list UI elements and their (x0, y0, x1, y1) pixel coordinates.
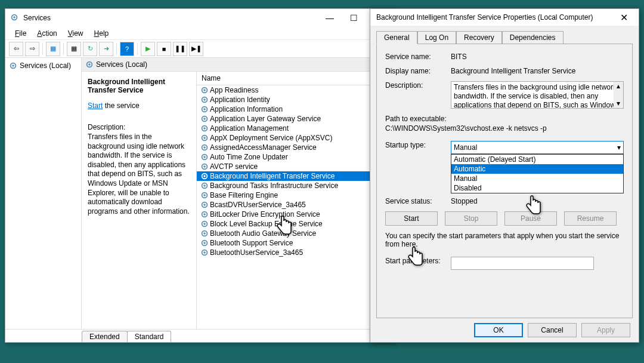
svg-point-21 (203, 156, 206, 158)
gear-icon (200, 162, 209, 171)
service-status-value: Stopped (451, 197, 624, 205)
service-row[interactable]: Application ManagementP (197, 124, 394, 133)
svg-point-33 (203, 213, 206, 216)
gear-icon (200, 134, 209, 142)
service-name: AssignedAccessManager Service (210, 143, 380, 152)
stop-button[interactable]: ■ (157, 42, 171, 56)
svg-point-29 (203, 194, 206, 196)
service-row[interactable]: BcastDVRUserService_3a465Tl (197, 200, 394, 210)
detail-service-name: Background Intelligent Transfer Service (88, 78, 190, 94)
pause-button: Pause (504, 211, 557, 226)
dialog-title-bar: Background Intelligent Transfer Service … (370, 9, 639, 26)
svg-point-35 (203, 223, 206, 225)
back-button[interactable]: ⇦ (9, 42, 23, 56)
content-header: Services (Local) (82, 58, 394, 72)
svg-point-31 (203, 204, 206, 206)
display-name-value: Background Intelligent Transfer Service (451, 67, 624, 75)
path-label: Path to executable: (385, 115, 447, 123)
services-window: Services — ☐ ✕ File Action View Help ⇦ ⇨… (5, 8, 395, 343)
dropdown-option[interactable]: Automatic (Delayed Start) (451, 155, 623, 164)
list-header: Name D (197, 72, 394, 85)
tab-logon[interactable]: Log On (417, 31, 456, 44)
tab-dependencies[interactable]: Dependencies (502, 31, 564, 44)
maximize-button[interactable]: ☐ (342, 13, 366, 23)
service-row[interactable]: App ReadinessG (197, 85, 394, 95)
svg-point-23 (203, 165, 206, 168)
gear-icon (200, 229, 209, 238)
service-name: Block Level Backup Engine Service (210, 220, 380, 228)
forward-button[interactable]: ⇨ (25, 42, 39, 56)
svg-point-5 (88, 63, 91, 66)
toolbar-btn[interactable]: ▦ (67, 42, 81, 56)
ok-button[interactable]: OK (474, 323, 523, 337)
restart-button[interactable]: ▶❚ (189, 42, 203, 56)
help-button[interactable]: ? (120, 42, 134, 56)
close-icon[interactable]: ✕ (615, 12, 633, 23)
gear-icon (200, 172, 209, 180)
export-button[interactable]: ➜ (99, 42, 113, 56)
start-link[interactable]: Start (88, 101, 103, 110)
dropdown-option[interactable]: Disabled (451, 183, 623, 193)
detail-pane: Background Intelligent Transfer Service … (82, 72, 196, 329)
service-row[interactable]: Bluetooth Audio Gateway ServiceS (197, 229, 394, 238)
menu-view[interactable]: View (63, 28, 88, 39)
properties-dialog: Background Intelligent Transfer Service … (370, 8, 639, 343)
start-params-input[interactable] (451, 257, 594, 270)
services-list: Name D App ReadinessGApplication Identit… (196, 72, 394, 329)
service-row[interactable]: Background Intelligent Transfer ServiceT… (197, 171, 394, 181)
bottom-tabs: Extended Standard (5, 329, 394, 342)
service-row[interactable]: Base Filtering EngineTl (197, 190, 394, 200)
col-name[interactable]: Name (197, 72, 382, 85)
svg-point-25 (203, 175, 206, 177)
stop-button: Stop (445, 211, 497, 226)
service-row[interactable]: AVCTP serviceTl (197, 162, 394, 171)
display-name-label: Display name: (385, 67, 451, 75)
cancel-button[interactable]: Cancel (528, 323, 577, 337)
svg-point-11 (203, 108, 206, 110)
tab-general[interactable]: General (376, 31, 417, 44)
service-row[interactable]: AppX Deployment Service (AppXSVC)P (197, 133, 394, 143)
dropdown-option[interactable]: Manual (451, 174, 623, 183)
tab-recovery[interactable]: Recovery (456, 31, 502, 44)
description-label: Description: (88, 123, 190, 131)
dropdown-option[interactable]: Automatic (451, 164, 623, 174)
service-row[interactable]: Application IdentityD (197, 95, 394, 104)
scrollbar[interactable]: ▴▾ (614, 82, 623, 108)
menu-action[interactable]: Action (32, 28, 61, 39)
svg-point-13 (203, 118, 206, 120)
service-name-value: BITS (451, 53, 624, 61)
toolbar-btn[interactable]: ▦ (46, 42, 60, 56)
start-button[interactable]: Start (385, 211, 438, 226)
gear-icon (200, 153, 209, 161)
service-status-label: Service status: (385, 197, 451, 205)
service-row[interactable]: Application Layer Gateway ServiceP (197, 114, 394, 124)
svg-point-3 (12, 64, 14, 67)
tree-services-local[interactable]: Services (Local) (8, 60, 79, 71)
startup-type-dropdown[interactable]: Manual ▾ (451, 141, 624, 154)
tab-extended[interactable]: Extended (82, 331, 128, 342)
service-row[interactable]: BitLocker Drive Encryption ServiceB (197, 210, 394, 219)
service-row[interactable]: Application InformationFa (197, 104, 394, 114)
tab-standard[interactable]: Standard (127, 331, 172, 342)
svg-point-19 (203, 146, 206, 149)
service-row[interactable]: Background Tasks Infrastructure ServiceW (197, 181, 394, 190)
service-row[interactable]: Auto Time Zone UpdaterA (197, 152, 394, 162)
service-row[interactable]: AssignedAccessManager ServiceA (197, 143, 394, 152)
svg-point-17 (203, 137, 206, 139)
service-row[interactable]: BluetoothUserService_3a465Tl (197, 248, 394, 257)
toolbar: ⇦ ⇨ ▦ ▦ ↻ ➜ ? ▶ ■ ❚❚ ▶❚ (5, 40, 394, 58)
service-row[interactable]: Block Level Backup Engine ServiceTl (197, 219, 394, 229)
play-button[interactable]: ▶ (141, 42, 155, 56)
svg-point-1 (13, 16, 16, 19)
svg-point-37 (203, 232, 206, 235)
pause-button[interactable]: ❚❚ (173, 42, 187, 56)
gear-icon (200, 86, 209, 94)
gear-icon (200, 182, 209, 190)
menu-help[interactable]: Help (89, 28, 114, 39)
gear-icon (200, 96, 209, 104)
start-service-line: Start the service (88, 101, 190, 110)
menu-file[interactable]: File (10, 28, 31, 39)
service-row[interactable]: Bluetooth Support ServiceTl (197, 238, 394, 248)
refresh-button[interactable]: ↻ (83, 42, 97, 56)
minimize-button[interactable]: — (318, 13, 342, 23)
